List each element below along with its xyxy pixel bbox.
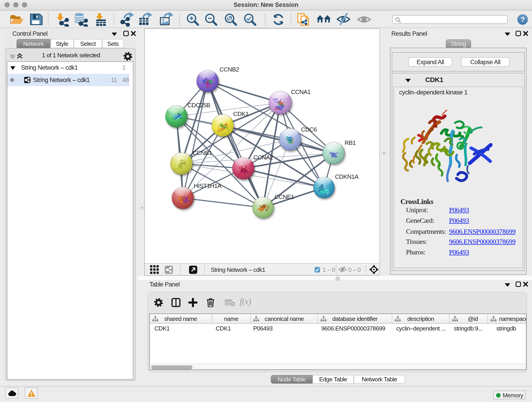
svg-text:?: ? [520, 15, 525, 24]
svg-text:HIST1H1A: HIST1H1A [194, 182, 222, 189]
svg-text:CCNB1: CCNB1 [192, 149, 212, 156]
svg-text:CDK1: CDK1 [233, 110, 249, 117]
svg-text:RB1: RB1 [345, 139, 356, 146]
svg-text:CDC6: CDC6 [301, 126, 317, 133]
svg-text:CDKN1A: CDKN1A [335, 173, 359, 180]
svg-text:CCNA2: CCNA2 [253, 154, 273, 161]
svg-text:CCNA1: CCNA1 [291, 89, 311, 95]
svg-text:CCNE1: CCNE1 [274, 193, 294, 200]
svg-text:CCNB2: CCNB2 [220, 66, 239, 73]
svg-text:CDC25B: CDC25B [187, 102, 210, 109]
